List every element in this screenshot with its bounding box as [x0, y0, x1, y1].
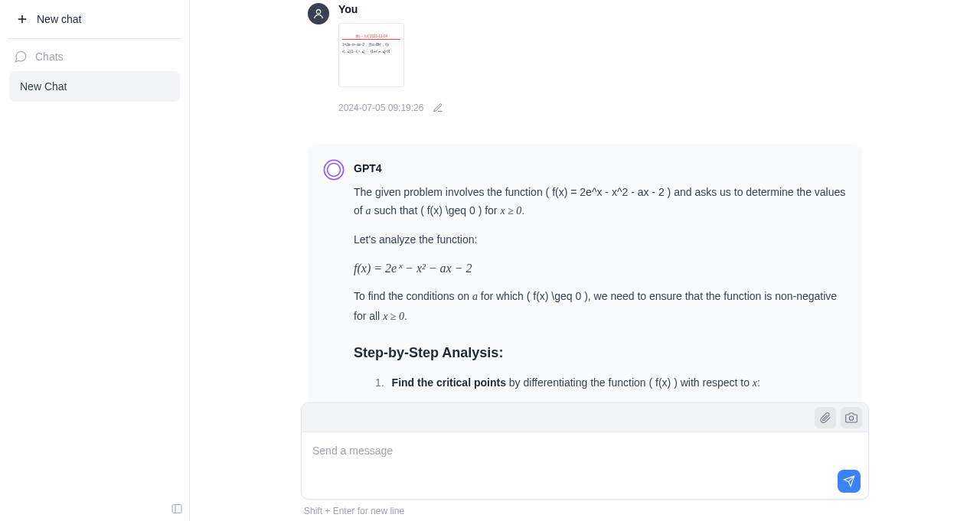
- chats-section-label: Chats: [35, 50, 64, 63]
- attachment-line: 1=2e−x²−ax−2，当x≥0时，f(x: [342, 43, 400, 47]
- main: You 卷(一)试 2022-11-04 1=2e−x²−ax−2，当x≥0时，…: [190, 0, 980, 521]
- edit-icon[interactable]: [433, 103, 443, 113]
- sidebar-collapse-icon[interactable]: [171, 503, 183, 515]
- sidebar: New chat Chats New Chat: [0, 0, 190, 521]
- paperclip-icon: [819, 412, 831, 424]
- assistant-avatar: [323, 159, 345, 181]
- assistant-sender-label: GPT4: [354, 159, 847, 178]
- sidebar-chat-item[interactable]: New Chat: [9, 71, 180, 102]
- composer-hint: Shift + Enter for new line: [304, 506, 872, 516]
- openai-logo-icon: [323, 159, 345, 181]
- composer: [301, 402, 869, 500]
- chats-section-header: Chats: [0, 47, 189, 71]
- message-meta: 2024-07-05 09:19:26: [338, 103, 443, 113]
- person-icon: [312, 8, 325, 20]
- assistant-subheading: Step-by-Step Analysis:: [354, 341, 847, 366]
- assistant-paragraph: To find the conditions on a for which ( …: [354, 287, 847, 326]
- attachment-title: 卷(一)试 2022-11-04: [342, 34, 400, 40]
- camera-icon: [845, 412, 858, 424]
- camera-button[interactable]: [841, 407, 862, 428]
- composer-toolbar: [302, 403, 868, 432]
- user-avatar: [308, 3, 329, 24]
- new-chat-button[interactable]: New chat: [8, 8, 181, 31]
- conversation-scroll[interactable]: You 卷(一)试 2022-11-04 1=2e−x²−ax−2，当x≥0时，…: [190, 0, 980, 402]
- send-icon: [843, 475, 855, 487]
- message-timestamp: 2024-07-05 09:19:26: [338, 103, 423, 113]
- assistant-message: GPT4 The given problem involves the func…: [308, 144, 862, 402]
- chat-bubble-icon: [14, 50, 28, 63]
- divider: [8, 38, 181, 39]
- send-button[interactable]: [838, 470, 861, 493]
- svg-rect-0: [172, 505, 181, 513]
- user-message: You 卷(一)试 2022-11-04 1=2e−x²−ax−2，当x≥0时，…: [308, 3, 862, 113]
- svg-point-3: [849, 416, 853, 420]
- assistant-paragraph: The given problem involves the function …: [354, 183, 847, 221]
- sidebar-chat-item-label: New Chat: [20, 80, 67, 93]
- message-input[interactable]: [302, 432, 868, 497]
- math-display: f(x) = 2eˣ − x² − ax − 2: [354, 258, 847, 279]
- assistant-paragraph: Let's analyze the function:: [354, 230, 847, 249]
- plus-icon: [15, 12, 29, 26]
- attachment-thumbnail[interactable]: 卷(一)试 2022-11-04 1=2e−x²−ax−2，当x≥0时，f(x …: [338, 23, 404, 87]
- new-chat-label: New chat: [37, 13, 81, 25]
- attach-file-button[interactable]: [815, 407, 836, 428]
- svg-point-1: [316, 10, 320, 14]
- user-sender-label: You: [338, 3, 443, 15]
- ordered-list: 1. Find the critical points by different…: [375, 373, 847, 393]
- attachment-line: ²⁄ₓ₋₁](1−²⁄ₓ²₋₁) · · ·(1+²⁄ₓₙ₋₁)<N: [342, 50, 400, 54]
- list-item: 1. Find the critical points by different…: [375, 373, 847, 393]
